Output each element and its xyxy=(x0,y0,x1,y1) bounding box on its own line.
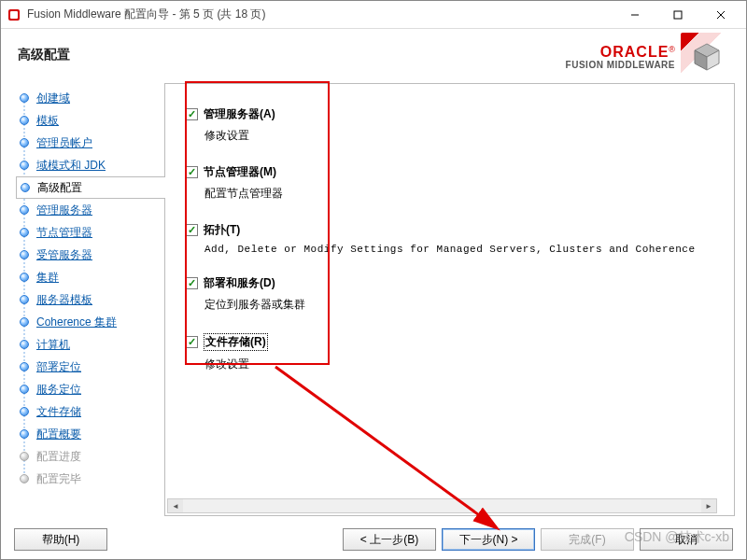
nav-dot-icon xyxy=(20,205,29,215)
nav-step-label[interactable]: Coherence 集群 xyxy=(36,315,117,330)
option-checkbox[interactable] xyxy=(186,277,198,289)
nav-step-16: 配置进度 xyxy=(16,445,164,468)
nav-dot-icon xyxy=(20,138,29,147)
nav-step-label[interactable]: 创建域 xyxy=(36,91,70,106)
nav-step-label[interactable]: 管理员帐户 xyxy=(36,135,92,151)
nav-step-2[interactable]: 管理员帐户 xyxy=(16,132,164,154)
nav-step-3[interactable]: 域模式和 JDK xyxy=(16,154,164,176)
nav-step-label[interactable]: 服务定位 xyxy=(36,382,81,398)
cancel-button[interactable]: 取消 xyxy=(640,528,733,551)
nav-step-4[interactable]: 高级配置 xyxy=(16,176,165,199)
nav-step-label[interactable]: 域模式和 JDK xyxy=(36,158,106,174)
nav-dot-icon xyxy=(20,317,29,327)
wizard-window: Fusion Middleware 配置向导 - 第 5 页 (共 18 页) … xyxy=(0,0,747,560)
option-group-3: 部署和服务(D)定位到服务器或集群 xyxy=(186,275,723,313)
option-group-1: 节点管理器(M)配置节点管理器 xyxy=(186,164,723,202)
brand-text: ORACLE® FUSION MIDDLEWARE xyxy=(566,44,675,71)
nav-step-label[interactable]: 服务器模板 xyxy=(36,292,92,308)
wizard-nav: 创建域模板管理员帐户域模式和 JDK高级配置管理服务器节点管理器受管服务器集群服… xyxy=(1,81,164,520)
body: 创建域模板管理员帐户域模式和 JDK高级配置管理服务器节点管理器受管服务器集群服… xyxy=(1,81,746,520)
nav-step-6[interactable]: 节点管理器 xyxy=(16,221,164,244)
back-button[interactable]: < 上一步(B) xyxy=(343,528,436,551)
option-description: 配置节点管理器 xyxy=(204,186,723,202)
nav-step-label[interactable]: 管理服务器 xyxy=(36,203,92,218)
brand-oracle: ORACLE xyxy=(600,44,669,60)
scroll-left-button[interactable]: ◄ xyxy=(168,499,183,512)
nav-step-14[interactable]: 文件存储 xyxy=(16,400,164,423)
nav-step-15[interactable]: 配置概要 xyxy=(16,423,164,445)
option-label[interactable]: 拓扑(T) xyxy=(204,222,240,238)
nav-step-label[interactable]: 集群 xyxy=(36,270,59,286)
option-label[interactable]: 文件存储(R) xyxy=(204,333,268,351)
scroll-right-button[interactable]: ► xyxy=(701,499,716,512)
nav-step-7[interactable]: 受管服务器 xyxy=(16,244,164,266)
nav-step-5[interactable]: 管理服务器 xyxy=(16,199,164,221)
option-description: 修改设置 xyxy=(204,128,723,144)
nav-dot-icon xyxy=(20,474,29,483)
option-checkbox[interactable] xyxy=(186,224,198,236)
window-controls xyxy=(613,1,742,29)
nav-step-label: 配置进度 xyxy=(36,449,81,465)
nav-dot-icon xyxy=(20,452,29,461)
nav-step-label[interactable]: 高级配置 xyxy=(37,180,82,196)
header: 高级配置 ORACLE® FUSION MIDDLEWARE xyxy=(1,29,746,81)
close-button[interactable] xyxy=(699,1,742,29)
nav-dot-icon xyxy=(20,362,29,371)
nav-step-13[interactable]: 服务定位 xyxy=(16,378,164,400)
nav-step-17: 配置完毕 xyxy=(16,468,164,490)
brand-logo-icon xyxy=(681,33,733,81)
nav-step-label[interactable]: 节点管理器 xyxy=(36,225,92,241)
option-label[interactable]: 部署和服务(D) xyxy=(204,275,275,291)
svg-rect-3 xyxy=(674,11,682,19)
option-checkbox[interactable] xyxy=(186,108,198,120)
option-description: 修改设置 xyxy=(204,357,723,372)
nav-step-label: 配置完毕 xyxy=(36,471,81,487)
next-button[interactable]: 下一步(N) > xyxy=(442,528,535,551)
titlebar: Fusion Middleware 配置向导 - 第 5 页 (共 18 页) xyxy=(1,1,746,29)
options-panel: 管理服务器(A)修改设置节点管理器(M)配置节点管理器拓扑(T)Add, Del… xyxy=(165,84,734,515)
horizontal-scrollbar[interactable]: ◄ ► xyxy=(167,498,717,513)
option-checkbox[interactable] xyxy=(186,166,198,178)
nav-step-label[interactable]: 配置概要 xyxy=(36,427,81,442)
nav-step-1[interactable]: 模板 xyxy=(16,109,164,132)
nav-step-label[interactable]: 文件存储 xyxy=(36,404,81,420)
nav-dot-icon xyxy=(21,183,30,192)
nav-dot-icon xyxy=(20,93,29,103)
nav-step-11[interactable]: 计算机 xyxy=(16,333,164,356)
page-title: 高级配置 xyxy=(18,47,70,63)
minimize-button[interactable] xyxy=(613,1,656,29)
nav-dot-icon xyxy=(20,250,29,259)
option-group-2: 拓扑(T)Add, Delete or Modify Settings for … xyxy=(186,222,723,255)
svg-rect-1 xyxy=(10,11,18,19)
nav-step-0[interactable]: 创建域 xyxy=(16,87,164,109)
nav-step-label[interactable]: 受管服务器 xyxy=(36,247,92,263)
help-button[interactable]: 帮助(H) xyxy=(14,528,107,551)
nav-step-label[interactable]: 计算机 xyxy=(36,337,70,353)
option-checkbox[interactable] xyxy=(186,336,198,348)
nav-step-9[interactable]: 服务器模板 xyxy=(16,288,164,311)
nav-dot-icon xyxy=(20,116,29,125)
maximize-button[interactable] xyxy=(656,1,699,29)
nav-dot-icon xyxy=(20,273,29,282)
footer: 帮助(H) < 上一步(B) 下一步(N) > 完成(F) 取消 xyxy=(1,520,746,559)
option-description: 定位到服务器或集群 xyxy=(204,297,723,313)
nav-dot-icon xyxy=(20,228,29,237)
nav-dot-icon xyxy=(20,295,29,304)
nav-dot-icon xyxy=(20,340,29,349)
option-group-4: 文件存储(R)修改设置 xyxy=(186,333,723,372)
option-label[interactable]: 节点管理器(M) xyxy=(204,164,276,180)
nav-step-label[interactable]: 部署定位 xyxy=(36,359,81,375)
main-panel: 管理服务器(A)修改设置节点管理器(M)配置节点管理器拓扑(T)Add, Del… xyxy=(164,83,735,516)
option-group-0: 管理服务器(A)修改设置 xyxy=(186,106,723,144)
option-label[interactable]: 管理服务器(A) xyxy=(204,106,275,122)
nav-dot-icon xyxy=(20,385,29,394)
scroll-track[interactable] xyxy=(183,499,701,512)
nav-dot-icon xyxy=(20,161,29,170)
nav-step-12[interactable]: 部署定位 xyxy=(16,356,164,378)
nav-step-label[interactable]: 模板 xyxy=(36,113,59,129)
option-description: Add, Delete or Modify Settings for Manag… xyxy=(204,244,723,255)
nav-step-8[interactable]: 集群 xyxy=(16,266,164,288)
app-icon xyxy=(7,7,21,22)
nav-step-10[interactable]: Coherence 集群 xyxy=(16,311,164,333)
window-title: Fusion Middleware 配置向导 - 第 5 页 (共 18 页) xyxy=(27,7,613,22)
